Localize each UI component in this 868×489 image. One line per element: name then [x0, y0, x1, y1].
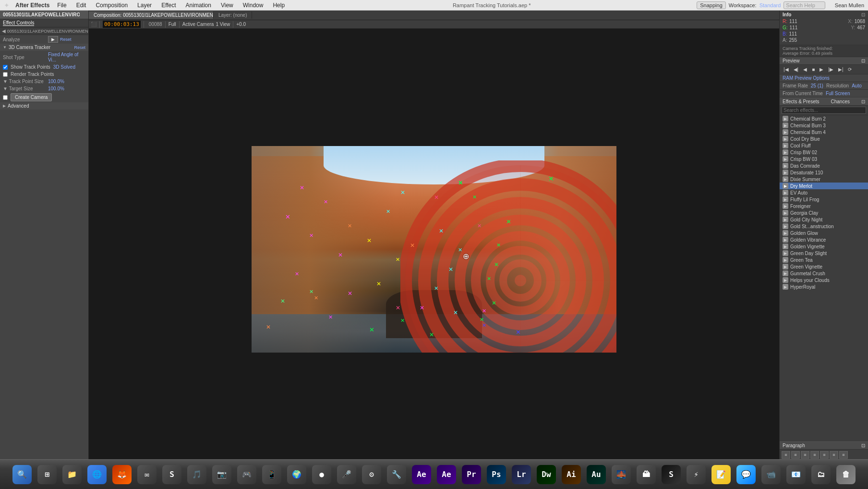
- effects-search-input[interactable]: [782, 107, 866, 114]
- dock-item-app14[interactable]: 🎤: [335, 463, 358, 486]
- dock-item-app9[interactable]: 📷: [210, 463, 233, 486]
- view-count-select[interactable]: 1 View: [216, 22, 230, 27]
- dock-item-notes[interactable]: 📝: [710, 463, 733, 486]
- dock-item-app11[interactable]: 📱: [260, 463, 283, 486]
- menu-layer[interactable]: Layer: [135, 1, 154, 10]
- paragraph-expand[interactable]: ⊡: [861, 443, 865, 448]
- create-camera-checkbox[interactable]: [3, 95, 8, 100]
- effect-item-0[interactable]: ▶Chemical Burn 2: [780, 115, 868, 122]
- preview-stop[interactable]: ■: [811, 66, 816, 73]
- dock-item-mail2[interactable]: 📧: [784, 463, 808, 486]
- analyze-button[interactable]: ▶: [48, 36, 58, 43]
- effect-item-25[interactable]: ▶HyperRoyal: [780, 283, 868, 290]
- reset-link[interactable]: Reset: [60, 37, 72, 42]
- align-right-button[interactable]: ≡: [801, 451, 809, 459]
- preview-play-back[interactable]: ◀: [802, 66, 808, 73]
- effect-item-12[interactable]: ▶Fluffy Lil Frog: [780, 196, 868, 203]
- effect-item-2[interactable]: ▶Chemical Burn 4: [780, 129, 868, 135]
- menu-file[interactable]: File: [55, 1, 68, 10]
- justify-all-button[interactable]: ≡: [839, 451, 848, 459]
- effect-item-13[interactable]: ▶Foreigner: [780, 203, 868, 209]
- info-expand[interactable]: ⊡: [861, 12, 865, 17]
- menu-view[interactable]: View: [219, 1, 235, 10]
- target-size-value[interactable]: 100.0%: [48, 86, 64, 91]
- zoom-display[interactable]: +0.0: [236, 22, 246, 27]
- track-point-size-value[interactable]: 100.0%: [48, 79, 64, 84]
- effect-item-17[interactable]: ▶Golden Glow: [780, 230, 868, 236]
- camera-tracker-section[interactable]: ▼ 3D Camera Tracker Reset: [0, 44, 88, 51]
- align-center-button[interactable]: ≡: [791, 451, 800, 459]
- dock-item-finder[interactable]: 🔍: [11, 463, 34, 486]
- effect-item-4[interactable]: ▶Cool Fluff: [780, 142, 868, 149]
- timecode-display[interactable]: 00:00:03:13: [103, 21, 141, 28]
- dock-item-app28[interactable]: ⚡: [685, 463, 708, 486]
- preview-skip-start[interactable]: |◀: [783, 66, 790, 73]
- dock-item-app15[interactable]: ⚙: [360, 463, 383, 486]
- dock-item-skype[interactable]: S: [160, 463, 183, 486]
- effect-item-24[interactable]: ▶Helps your Clouds: [780, 277, 868, 283]
- dock-item-facetime[interactable]: 📹: [760, 463, 783, 486]
- dock-item-audition[interactable]: Au: [585, 463, 608, 486]
- menu-help[interactable]: Help: [271, 1, 287, 10]
- layer-tab[interactable]: Layer: (none): [214, 12, 252, 19]
- reset-effect-link[interactable]: Reset: [74, 45, 85, 50]
- dock-item-trash[interactable]: 🗑: [834, 463, 857, 486]
- justify-center-button[interactable]: ≡: [820, 451, 829, 459]
- justify-left-button[interactable]: ≡: [810, 451, 819, 459]
- dock-item-bridge[interactable]: 🌉: [610, 463, 633, 486]
- effect-item-23[interactable]: ▶Gunmetal Crush: [780, 270, 868, 277]
- search-box[interactable]: Search Help: [784, 1, 825, 9]
- res-value[interactable]: Auto: [852, 83, 862, 88]
- dock-item-illustrator[interactable]: Ai: [560, 463, 583, 486]
- snapping-button[interactable]: Snapping: [697, 1, 726, 9]
- dock-item-app10[interactable]: 🎮: [235, 463, 258, 486]
- shot-type-value[interactable]: Fixed Angle of Vi...: [48, 52, 85, 62]
- show-track-points-value[interactable]: 3D Solved: [53, 64, 75, 70]
- effect-item-10[interactable]: ▶Dry Merlot: [780, 183, 868, 189]
- menu-composition[interactable]: Composition: [94, 1, 130, 10]
- dock-item-after-effects[interactable]: Ae: [410, 463, 433, 486]
- effect-item-22[interactable]: ▶Green Vignette: [780, 263, 868, 270]
- preview-play[interactable]: ▶: [819, 66, 824, 73]
- effects-expand[interactable]: ⊡: [861, 99, 865, 104]
- dock-item-photoshop[interactable]: Ps: [485, 463, 508, 486]
- preview-loop[interactable]: ⟳: [847, 66, 853, 73]
- dock-item-app16[interactable]: 🔧: [385, 463, 408, 486]
- dock-item-app3[interactable]: 📁: [60, 463, 84, 486]
- effect-item-18[interactable]: ▶Golden Vibrance: [780, 236, 868, 243]
- effect-item-11[interactable]: ▶EV Auto: [780, 189, 868, 196]
- menu-effect[interactable]: Effect: [159, 1, 178, 10]
- active-camera-select[interactable]: Active Camera: [182, 22, 214, 27]
- dock-item-premiere[interactable]: Pr: [460, 463, 483, 486]
- effect-item-9[interactable]: ▶Dixie Summer: [780, 176, 868, 183]
- dock-item-launchpad[interactable]: ⊞: [36, 463, 59, 486]
- effect-item-16[interactable]: ▶Gold St...anstruction: [780, 223, 868, 230]
- ram-preview-label[interactable]: RAM Preview Options: [783, 75, 830, 81]
- dock-item-app13[interactable]: ●: [310, 463, 333, 486]
- preview-back-one[interactable]: ◀|: [793, 66, 800, 73]
- resolution-select[interactable]: Full: [169, 22, 176, 27]
- effect-item-15[interactable]: ▶Gold City Night: [780, 216, 868, 223]
- show-track-points-checkbox[interactable]: [3, 65, 8, 70]
- menu-edit[interactable]: Edit: [74, 1, 88, 10]
- effect-item-21[interactable]: ▶Green Tea: [780, 257, 868, 263]
- effect-item-7[interactable]: ▶Das Comrade: [780, 162, 868, 169]
- dock-item-safari[interactable]: 🌐: [85, 463, 108, 486]
- effect-item-8[interactable]: ▶Desaturate 110: [780, 169, 868, 176]
- advanced-section[interactable]: ▶ Advanced: [0, 102, 88, 110]
- create-camera-button[interactable]: Create Camera: [11, 93, 52, 101]
- full-screen-label[interactable]: Full Screen: [826, 91, 850, 96]
- dock-item-dreamweaver[interactable]: Dw: [535, 463, 558, 486]
- effect-item-20[interactable]: ▶Green Day Slight: [780, 250, 868, 257]
- menu-animation[interactable]: Animation: [184, 1, 213, 10]
- preview-expand[interactable]: ⊡: [861, 58, 865, 63]
- preview-skip-end[interactable]: ▶|: [837, 66, 844, 73]
- frame-rate-value[interactable]: 25 (1): [811, 83, 823, 88]
- preview-fwd-one[interactable]: |▶: [827, 66, 834, 73]
- dock-item-sonos[interactable]: S: [660, 463, 683, 486]
- dock-item-mail[interactable]: ✉: [135, 463, 158, 486]
- render-track-points-checkbox[interactable]: [3, 72, 8, 77]
- dock-item-messages[interactable]: 💬: [735, 463, 758, 486]
- chances-label[interactable]: Chances: [831, 99, 850, 104]
- effect-item-5[interactable]: ▶Crisp BW 02: [780, 149, 868, 156]
